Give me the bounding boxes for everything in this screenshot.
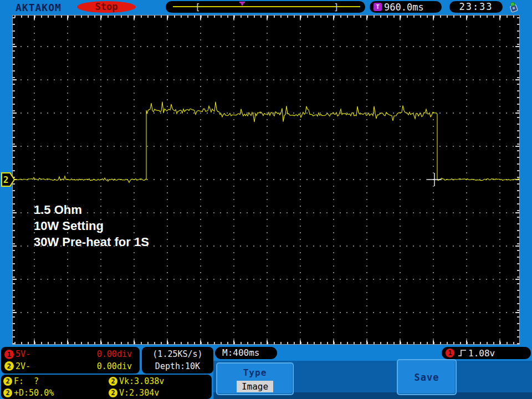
waveform-display: 2 1.5 Ohm 10W Setting 30W Pre-heat for 1…: [12, 15, 520, 345]
trigger-source-badge: 1: [446, 349, 454, 357]
channel2-trace: [13, 16, 519, 344]
type-label: Type: [243, 367, 267, 378]
measurement-channel-badge: 2: [109, 388, 117, 397]
save-type-button[interactable]: Type Image: [216, 362, 294, 395]
measurement-vk: 2 Vk:3.038v: [109, 375, 205, 387]
save-button[interactable]: Save: [397, 359, 457, 395]
brand-logo: AKTAKOM: [16, 2, 62, 13]
annotation-line-1: 1.5 Ohm: [34, 202, 149, 218]
measurement-duty-text: +D:50.0%: [14, 388, 54, 398]
trigger-t-icon: T: [374, 3, 382, 11]
trigger-settings-readout: 1 1.08v: [442, 347, 531, 359]
run-state-indicator: Stop: [77, 1, 136, 13]
sample-rate: (1.25KS/s): [152, 349, 202, 359]
usb-storage-icon: [507, 1, 520, 14]
channel2-offset: 0.00div: [97, 361, 136, 371]
trigger-position-marker-icon: [239, 2, 245, 7]
save-button-label: Save: [415, 372, 439, 383]
measurement-v: 2 V:2.304v: [109, 387, 205, 398]
annotation-line-3: 30W Pre-heat for 1S: [34, 234, 149, 250]
trigger-position-bar: [ ]: [166, 1, 365, 13]
channel1-badge: 1: [4, 350, 14, 359]
channel1-settings-row: 1 5V- 0.00div: [4, 349, 136, 360]
measurement-frequency-text: F: ?: [14, 376, 39, 386]
channel1-scale: 5V-: [16, 349, 30, 359]
record-span-line: [173, 6, 360, 7]
window-left-bracket: [: [195, 1, 201, 13]
oscilloscope-screen: { "header": { "brand": "AKTAKOM", "run_s…: [0, 0, 532, 399]
trigger-offset-value: 960.0ms: [384, 2, 424, 13]
measurement-frequency: 2 F: ?: [3, 375, 109, 387]
memory-depth: Depth:10K: [155, 361, 200, 371]
measurement-vk-text: Vk:3.038v: [119, 376, 164, 386]
measurement-channel-badge: 2: [3, 388, 12, 397]
measurement-v-text: V:2.304v: [119, 388, 159, 398]
channel-settings-box: 1 5V- 0.00div 2 2V- 0.00div: [1, 347, 140, 374]
channel1-offset: 0.00div: [97, 349, 136, 359]
annotation-line-2: 10W Setting: [34, 218, 149, 234]
acquisition-info-box: (1.25KS/s) Depth:10K: [142, 347, 213, 374]
channel2-badge: 2: [4, 361, 14, 371]
timebase-readout: M:400ms: [215, 347, 277, 359]
channel2-position-marker[interactable]: 2: [1, 172, 15, 187]
measurement-channel-badge: 2: [109, 377, 117, 386]
channel2-settings-row: 2 2V- 0.00div: [4, 360, 136, 372]
window-right-bracket: ]: [334, 1, 339, 13]
svg-text:2: 2: [3, 175, 9, 185]
rising-edge-icon: [458, 349, 467, 357]
clock: 23:33: [449, 1, 503, 13]
measurement-duty: 2 +D:50.0%: [3, 387, 109, 398]
user-annotation: 1.5 Ohm 10W Setting 30W Pre-heat for 1S: [34, 202, 149, 250]
type-selected-value[interactable]: Image: [237, 381, 273, 392]
measurements-box: 2 F: ? 2 Vk:3.038v 2 +D:50.0% 2 V:2.304v: [1, 375, 212, 399]
measurement-channel-badge: 2: [3, 377, 12, 386]
trigger-level-value: 1.08v: [468, 348, 495, 359]
trigger-offset-readout: T 960.0ms: [370, 1, 442, 13]
channel2-scale: 2V-: [16, 361, 30, 371]
